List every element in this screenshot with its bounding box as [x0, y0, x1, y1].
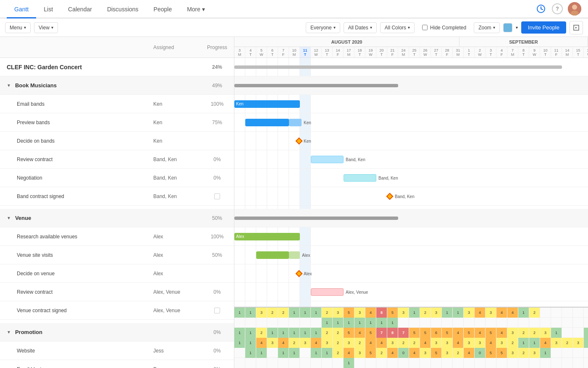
group-progress-promotion: 0%	[200, 329, 234, 335]
workload-cell: 4	[453, 328, 464, 338]
zoom-chevron: ▾	[493, 25, 495, 30]
workload-cell: 5	[431, 348, 442, 358]
task-decide-venue: Decide on venue Alex	[0, 264, 234, 283]
workload-cell: 1	[278, 348, 289, 358]
workload-cell: 6	[431, 328, 442, 338]
day-26: 26W	[420, 47, 431, 57]
gantt-decide-bands: Ken	[234, 132, 588, 150]
workload-cell	[300, 348, 311, 358]
gantt-email-bands: Ken	[234, 95, 588, 113]
group-promotion[interactable]: ▼ Promotion 0%	[0, 323, 234, 342]
workload-cell: 4	[365, 338, 376, 348]
workload-cell	[518, 318, 529, 328]
hide-completed-checkbox[interactable]	[422, 25, 428, 30]
workload-cells-tamara: 111111243524043532405532311	[234, 348, 588, 358]
invite-people-button[interactable]: Invite People	[521, 21, 566, 34]
bar-review-venue	[311, 288, 344, 296]
workload-cell	[420, 318, 431, 328]
group-book-musicians[interactable]: ▼ Book Musicians 49%	[0, 76, 234, 95]
workload-cell	[300, 358, 311, 368]
workload-cell	[256, 318, 267, 328]
help-icon[interactable]: ?	[552, 3, 563, 14]
workload-cell	[562, 328, 573, 338]
bar-venue-visits-label: Alex	[302, 253, 310, 257]
workload-cell: 1	[551, 328, 562, 338]
zoom-button[interactable]: Zoom ▾	[474, 22, 500, 33]
workload-row-jess: 1121111122545787556545454322311	[234, 328, 588, 338]
bar-negotiation	[344, 174, 376, 182]
workload-cell: 4	[311, 338, 322, 348]
checkbox-band-contract[interactable]	[214, 193, 220, 199]
workload-cell	[584, 308, 588, 318]
menu-button[interactable]: Menu ▾	[5, 22, 31, 33]
clock-icon[interactable]	[535, 3, 547, 15]
tab-people[interactable]: People	[146, 1, 180, 18]
workload-cell: 0	[398, 348, 409, 358]
task-name: Email blast	[7, 366, 42, 368]
workload-cell: 3	[540, 328, 551, 338]
workload-cell: 5	[486, 348, 496, 358]
tab-calendar[interactable]: Calendar	[60, 1, 100, 18]
gantt-preview-bands: Ken	[234, 113, 588, 132]
user-avatar[interactable]	[568, 2, 581, 16]
workload-cell	[322, 358, 333, 368]
workload-cell	[453, 358, 464, 368]
task-name: Website	[7, 348, 35, 354]
group-triangle-icon: ▼	[7, 83, 11, 88]
gantt-venue-visits: Alex	[234, 246, 588, 264]
group-triangle-icon: ▼	[7, 330, 11, 334]
workload-cell	[507, 318, 518, 328]
menu-chevron: ▾	[24, 25, 26, 30]
workload-cell: 3	[496, 338, 507, 348]
workload-cell	[365, 358, 376, 368]
workload-cell: 2	[376, 348, 387, 358]
workload-cell	[267, 358, 278, 368]
view-button[interactable]: View ▾	[34, 22, 58, 33]
workload-cell	[267, 348, 278, 358]
workload-cell	[278, 358, 289, 368]
workload-cell	[354, 358, 365, 368]
expand-icon[interactable]	[570, 21, 583, 34]
workload-cell: 4	[486, 338, 496, 348]
workload-cell	[540, 318, 551, 328]
tab-gantt[interactable]: Gantt	[7, 1, 36, 18]
group-name-venue: Venue	[15, 215, 31, 221]
day-25: 25T	[409, 47, 420, 57]
assigned-band-contract: Band, Ken	[150, 193, 200, 199]
workload-cell: 5	[409, 328, 420, 338]
task-review-contract-venue: Review contract Alex, Venue 0%	[0, 283, 234, 301]
task-preview-bands: Preview bands Ken 75%	[0, 113, 234, 132]
progress-venue-contract	[200, 308, 234, 313]
checkbox-venue-contract[interactable]	[214, 308, 220, 313]
tab-discussions[interactable]: Discussions	[100, 1, 146, 18]
color-chevron[interactable]: ▾	[516, 25, 518, 30]
workload-cell: 4	[464, 348, 475, 358]
all-colors-button[interactable]: All Colors ▾	[380, 22, 415, 33]
bar-preview-bands-light	[289, 119, 302, 126]
day-20: 20T	[376, 47, 387, 57]
progress-negotiation: 0%	[200, 175, 234, 181]
color-swatch[interactable]	[503, 23, 512, 32]
hide-completed-label[interactable]: Hide Completed	[418, 23, 470, 33]
workload-cell: 1	[518, 338, 529, 348]
sep-7: 7M	[507, 47, 518, 57]
day-7: 7F	[278, 47, 289, 57]
workload-cell: 3	[344, 338, 354, 348]
sep-10: 10T	[540, 47, 551, 57]
workload-cell: 1	[409, 308, 420, 318]
day-27: 27T	[431, 47, 442, 57]
workload-cell: 1	[344, 318, 354, 328]
everyone-button[interactable]: Everyone ▾	[306, 22, 340, 33]
workload-cell: 4	[365, 308, 376, 318]
task-name: Research available venues	[7, 234, 77, 240]
tab-list[interactable]: List	[36, 1, 60, 18]
sep-3: 3T	[486, 47, 496, 57]
task-venue-site-visits: Venue site visits Alex 50%	[0, 246, 234, 264]
group-venue[interactable]: ▼ Venue 50%	[0, 209, 234, 227]
assigned-research-venues: Alex	[150, 234, 200, 240]
tab-more[interactable]: More ▾	[179, 1, 213, 18]
task-name: Band contract signed	[7, 193, 64, 199]
gantt-panel: AUGUST 2020 SEPTEMBER 3M 4T 5W 6T 7F 10M…	[234, 37, 588, 368]
progress-band-contract	[200, 193, 234, 199]
all-dates-button[interactable]: All Dates ▾	[344, 22, 377, 33]
